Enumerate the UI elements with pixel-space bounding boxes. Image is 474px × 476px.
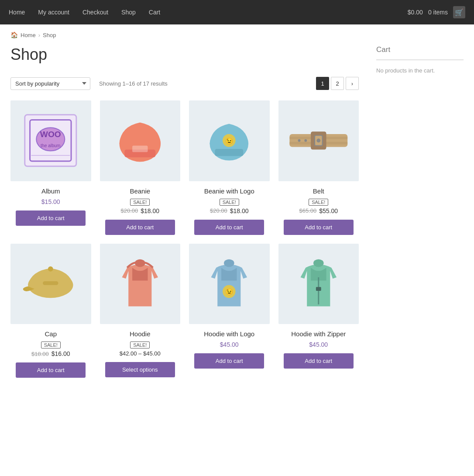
main-layout: Shop Sort by popularity Sort by average … xyxy=(0,45,474,395)
svg-text:😉: 😉 xyxy=(225,137,234,145)
sale-badge-beanie: SALE! xyxy=(130,198,150,207)
breadcrumb-home[interactable]: Home xyxy=(21,32,36,38)
price-row-hoodie-zipper: $45.00 xyxy=(309,341,328,348)
add-to-cart-hoodie-zipper[interactable]: Add to cart xyxy=(284,353,354,369)
price-original-cap: $18.00 xyxy=(31,351,49,357)
price-range-hoodie: $42.00 – $45.00 xyxy=(120,350,161,357)
add-to-cart-cap[interactable]: Add to cart xyxy=(16,362,86,378)
breadcrumb: 🏠 Home › Shop xyxy=(0,24,474,45)
product-card-hoodie-logo: 😉 Hoodie with Logo $45.00 Add to cart xyxy=(189,244,270,378)
product-image-belt xyxy=(278,100,359,181)
price-sale-beanie-logo: $18.00 xyxy=(230,207,249,214)
price-album: $15.00 xyxy=(41,198,60,205)
svg-text:😉: 😉 xyxy=(225,288,234,296)
price-original-belt: $65.00 xyxy=(299,207,316,214)
sidebar-cart-title: Cart xyxy=(376,45,464,60)
product-card-hoodie: Hoodie SALE! $42.00 – $45.00 Select opti… xyxy=(100,244,181,378)
svg-rect-8 xyxy=(132,146,148,152)
product-name-cap: Cap xyxy=(45,330,57,338)
nav-checkout[interactable]: Checkout xyxy=(82,9,108,16)
price-row-beanie-logo: $20.00 $18.00 xyxy=(210,207,249,214)
sort-select[interactable]: Sort by popularity Sort by average ratin… xyxy=(10,77,90,90)
product-name-album: Album xyxy=(41,187,60,195)
svg-rect-30 xyxy=(316,287,321,291)
svg-text:WOO: WOO xyxy=(40,130,61,139)
product-name-hoodie-zipper: Hoodie with Zipper xyxy=(291,330,346,338)
product-image-beanie-logo: 😉 xyxy=(189,100,270,181)
home-icon: 🏠 xyxy=(10,31,18,38)
sale-badge-cap: SALE! xyxy=(41,341,61,350)
pagination: 1 2 › xyxy=(316,77,359,90)
product-image-beanie xyxy=(100,100,181,181)
sale-badge-hoodie: SALE! xyxy=(130,341,150,350)
nav-my-account[interactable]: My account xyxy=(38,9,69,16)
price-row-cap: $18.00 $16.00 xyxy=(31,350,70,357)
product-name-belt: Belt xyxy=(313,187,324,195)
add-to-cart-beanie-logo[interactable]: Add to cart xyxy=(194,220,264,235)
svg-point-18 xyxy=(316,139,320,143)
content-area: Shop Sort by popularity Sort by average … xyxy=(10,45,359,378)
page-btn-2[interactable]: 2 xyxy=(331,77,344,90)
svg-point-25 xyxy=(224,259,234,267)
price-sale-cap: $16.00 xyxy=(52,350,70,357)
nav-shop[interactable]: Shop xyxy=(121,9,136,16)
add-to-cart-album[interactable]: Add to cart xyxy=(16,210,86,226)
product-image-hoodie-logo: 😉 xyxy=(189,244,270,324)
sidebar-cart-empty: No products in the cart. xyxy=(376,67,464,74)
breadcrumb-current: Shop xyxy=(43,32,56,38)
price-hoodie-logo: $45.00 xyxy=(220,341,239,348)
add-to-cart-hoodie-logo[interactable]: Add to cart xyxy=(194,353,264,369)
select-options-hoodie[interactable]: Select options xyxy=(105,362,175,377)
product-image-hoodie xyxy=(100,244,181,324)
results-text: Showing 1–16 of 17 results xyxy=(99,80,307,87)
toolbar: Sort by popularity Sort by average ratin… xyxy=(10,77,359,90)
price-hoodie-zipper: $45.00 xyxy=(309,341,328,348)
price-row-album: $15.00 xyxy=(41,198,60,205)
nav-links: Home My account Checkout Shop Cart xyxy=(9,9,408,16)
page-btn-next[interactable]: › xyxy=(346,77,359,90)
svg-rect-22 xyxy=(43,281,58,285)
product-card-beanie: Beanie SALE! $20.00 $18.00 Add to cart xyxy=(100,100,181,235)
product-card-belt: Belt SALE! $65.00 $55.00 Add to cart xyxy=(278,100,359,235)
product-name-hoodie: Hoodie xyxy=(130,330,151,338)
product-image-cap xyxy=(10,244,91,324)
price-original-beanie: $20.00 xyxy=(120,207,138,214)
nav-right: $0.00 0 items 🛒 xyxy=(408,6,465,18)
cart-icon[interactable]: 🛒 xyxy=(453,6,465,18)
add-to-cart-belt[interactable]: Add to cart xyxy=(284,220,354,235)
product-card-cap: Cap SALE! $18.00 $16.00 Add to cart xyxy=(10,244,91,378)
price-sale-beanie: $18.00 xyxy=(141,207,159,214)
svg-point-28 xyxy=(313,259,324,267)
cart-total: $0.00 xyxy=(408,9,423,16)
svg-rect-10 xyxy=(215,149,244,156)
price-original-beanie-logo: $20.00 xyxy=(210,207,227,214)
product-name-beanie: Beanie xyxy=(130,187,150,195)
add-to-cart-beanie[interactable]: Add to cart xyxy=(105,220,175,235)
page-title: Shop xyxy=(10,45,359,64)
svg-text:the album: the album xyxy=(41,143,61,148)
nav-cart[interactable]: Cart xyxy=(149,9,160,16)
product-card-album: WOO the album Album $15.00 Add to cart xyxy=(10,100,91,235)
sale-badge-belt: SALE! xyxy=(309,198,328,207)
product-name-hoodie-logo: Hoodie with Logo xyxy=(204,330,254,338)
sidebar: Cart No products in the cart. xyxy=(376,45,464,378)
price-sale-belt: $55.00 xyxy=(319,207,338,214)
nav-home[interactable]: Home xyxy=(9,9,25,16)
product-card-beanie-logo: 😉 Beanie with Logo SALE! $20.00 $18.00 A… xyxy=(189,100,270,235)
sale-badge-beanie-logo: SALE! xyxy=(220,198,239,207)
product-image-album: WOO the album xyxy=(10,100,91,181)
svg-point-23 xyxy=(48,266,53,272)
breadcrumb-separator: › xyxy=(38,32,40,38)
nav-bar: Home My account Checkout Shop Cart $0.00… xyxy=(0,0,474,24)
cart-items-count: 0 items xyxy=(428,9,448,16)
price-row-hoodie-logo: $45.00 xyxy=(220,341,239,348)
price-row-hoodie: $42.00 – $45.00 xyxy=(120,350,161,357)
svg-point-20 xyxy=(304,139,307,142)
product-card-hoodie-zipper: Hoodie with Zipper $45.00 Add to cart xyxy=(278,244,359,378)
page-btn-1[interactable]: 1 xyxy=(316,77,329,90)
svg-point-24 xyxy=(135,259,145,267)
price-row-belt: $65.00 $55.00 xyxy=(299,207,338,214)
product-name-beanie-logo: Beanie with Logo xyxy=(204,187,254,195)
price-row-beanie: $20.00 $18.00 xyxy=(120,207,159,214)
product-grid: WOO the album Album $15.00 Add to cart xyxy=(10,100,359,378)
